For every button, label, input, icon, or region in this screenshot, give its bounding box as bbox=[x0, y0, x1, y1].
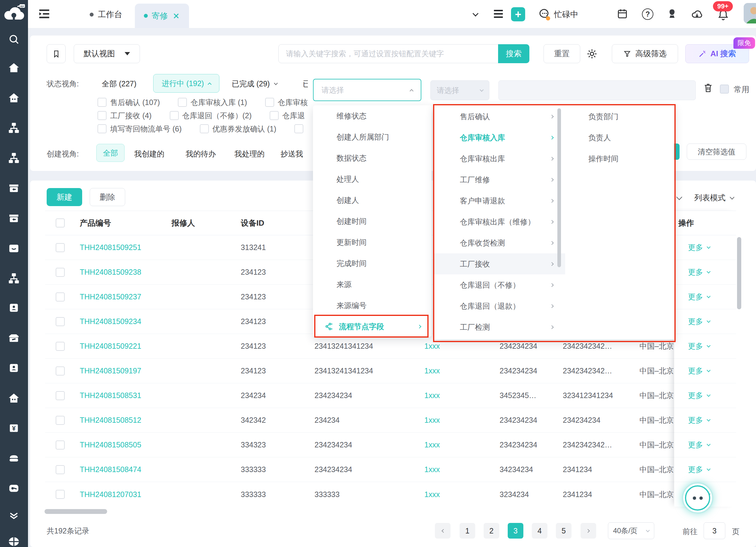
product-code-link[interactable]: THH24081509221 bbox=[75, 342, 167, 351]
goto-page-input[interactable] bbox=[704, 522, 725, 539]
subfield-item[interactable]: 操作时间 bbox=[565, 148, 674, 169]
checkbox[interactable] bbox=[200, 124, 209, 133]
table-row[interactable]: THH24081508512 342342 234234 1xxx 234234… bbox=[45, 408, 736, 433]
more-action[interactable]: 更多 bbox=[674, 359, 736, 383]
node-item-hover[interactable]: 工厂接收 bbox=[434, 253, 565, 274]
row-checkbox[interactable] bbox=[56, 292, 65, 301]
product-code-link[interactable]: THH24081508474 bbox=[75, 465, 167, 474]
check-item[interactable] bbox=[294, 124, 307, 133]
support-icon[interactable] bbox=[666, 8, 678, 21]
avatar[interactable] bbox=[744, 3, 756, 23]
sidebar-warehouse-icon[interactable] bbox=[8, 92, 20, 104]
help-icon[interactable]: ? bbox=[642, 8, 653, 20]
sidebar-orgchart-icon[interactable] bbox=[8, 152, 20, 164]
sidebar-orgchart-icon[interactable] bbox=[8, 122, 20, 134]
check-item[interactable]: 仓库审核入库 (1) bbox=[178, 97, 247, 107]
product-code-link[interactable]: THH24081509251 bbox=[75, 243, 167, 252]
more-action[interactable]: 更多 bbox=[674, 383, 736, 408]
row-checkbox[interactable] bbox=[56, 317, 65, 326]
menu-item[interactable]: 创建人 bbox=[313, 190, 432, 211]
page-size-selector[interactable]: 40条/页 bbox=[608, 522, 654, 539]
node-item[interactable]: 售后确认 bbox=[434, 106, 565, 127]
product-code-link[interactable]: THH24081509234 bbox=[75, 317, 167, 326]
node-item-selected[interactable]: 仓库审核入库 bbox=[434, 127, 565, 148]
row-checkbox[interactable] bbox=[56, 440, 65, 450]
cloud-download-icon[interactable] bbox=[691, 8, 703, 22]
sidebar-drawer-icon[interactable] bbox=[8, 242, 20, 254]
page-button-4[interactable]: 4 bbox=[532, 523, 547, 539]
subfield-item[interactable]: 负责人 bbox=[565, 127, 674, 148]
next-page-button[interactable] bbox=[581, 523, 596, 539]
sidebar-box-open-icon[interactable] bbox=[8, 332, 20, 344]
product-code-link[interactable]: THH24081509197 bbox=[75, 366, 167, 375]
advanced-filter-button[interactable]: 高级筛选 bbox=[612, 44, 678, 63]
checkbox[interactable] bbox=[170, 111, 179, 120]
table-row[interactable]: THH24081508474 333333 234234234 1xxx 342… bbox=[45, 457, 736, 482]
subfield-item[interactable]: 负责部门 bbox=[565, 106, 674, 127]
more-action[interactable]: 更多 bbox=[674, 457, 736, 482]
status-tab-clipped[interactable]: 已 bbox=[303, 79, 308, 89]
sidebar-box-return-icon[interactable] bbox=[8, 212, 20, 224]
sidebar-double-chevron-icon[interactable] bbox=[8, 509, 20, 521]
search-input[interactable] bbox=[278, 44, 499, 63]
menu-item[interactable]: 处理人 bbox=[313, 168, 432, 190]
select-all-checkbox[interactable] bbox=[56, 218, 65, 227]
delete-button[interactable]: 删除 bbox=[90, 188, 125, 206]
floating-assistant-button[interactable] bbox=[682, 482, 713, 514]
trash-icon[interactable] bbox=[703, 82, 713, 95]
table-row[interactable]: THH24081509197 234123 23413241341234 1xx… bbox=[45, 359, 736, 383]
sidebar-clover-icon[interactable] bbox=[8, 536, 20, 547]
menu-item[interactable]: 来源 bbox=[313, 274, 432, 295]
checkbox[interactable] bbox=[294, 124, 303, 133]
create-tab-todo[interactable]: 我的待办 bbox=[186, 149, 216, 159]
row-checkbox[interactable] bbox=[56, 465, 65, 474]
tab-workbench[interactable]: 工作台 bbox=[90, 9, 122, 20]
node-item[interactable]: 仓库退回（不修） bbox=[434, 274, 565, 295]
calendar-icon[interactable] bbox=[616, 8, 628, 21]
more-action[interactable]: 更多 bbox=[674, 260, 736, 285]
sidebar-wrench-icon[interactable] bbox=[8, 482, 20, 494]
check-item[interactable]: 售后确认 (107) bbox=[98, 97, 160, 107]
sidebar-orgchart-icon[interactable] bbox=[8, 272, 20, 284]
sidebar-box-return-icon[interactable] bbox=[8, 182, 20, 194]
sidebar-home-icon[interactable] bbox=[8, 62, 20, 74]
check-item[interactable]: 仓库退 bbox=[270, 111, 305, 121]
create-tab-cc[interactable]: 抄送我 bbox=[280, 149, 303, 159]
view-selector-button[interactable]: 默认视图 bbox=[74, 44, 140, 63]
prev-page-button[interactable] bbox=[435, 523, 451, 539]
menu-item[interactable]: 创建人所属部门 bbox=[313, 126, 432, 147]
page-button-2[interactable]: 2 bbox=[484, 523, 499, 539]
menu-item[interactable]: 来源编号 bbox=[313, 295, 432, 316]
row-checkbox[interactable] bbox=[56, 490, 65, 499]
node-item[interactable]: 客户申请退款 bbox=[434, 190, 565, 211]
more-action[interactable]: 更多 bbox=[674, 408, 736, 433]
more-action[interactable]: 更多 bbox=[674, 433, 736, 457]
table-row[interactable]: THH24081508531 234234 234234234 1xxx 345… bbox=[45, 383, 736, 408]
node-scrollbar[interactable] bbox=[557, 108, 561, 267]
checkbox[interactable] bbox=[98, 111, 107, 120]
status-tab-all[interactable]: 全部 (227) bbox=[102, 79, 136, 89]
common-checkbox[interactable] bbox=[720, 85, 729, 94]
product-code-link[interactable]: THH24081509237 bbox=[75, 292, 167, 301]
page-button-5[interactable]: 5 bbox=[556, 523, 572, 539]
reset-button[interactable]: 重置 bbox=[544, 44, 580, 63]
more-action[interactable]: 更多 bbox=[674, 235, 736, 260]
create-tab-handled[interactable]: 我处理的 bbox=[234, 149, 265, 159]
sidebar-idcard-icon[interactable] bbox=[8, 302, 20, 314]
vertical-scrollbar[interactable] bbox=[737, 237, 741, 309]
menu-item[interactable]: 更新时间 bbox=[313, 232, 432, 253]
more-action[interactable]: 更多 bbox=[674, 334, 736, 359]
create-button[interactable]: 新建 bbox=[47, 188, 82, 206]
sidebar-search-icon[interactable] bbox=[8, 34, 20, 46]
clear-filter-button[interactable]: 清空筛选值 bbox=[687, 144, 746, 160]
user-status-text[interactable]: 忙碌中 bbox=[554, 9, 578, 20]
check-item[interactable]: 仓库审核 bbox=[265, 97, 308, 107]
checkbox[interactable] bbox=[265, 98, 274, 107]
node-item[interactable]: 工厂检测 bbox=[434, 317, 565, 338]
chevron-down-icon[interactable] bbox=[473, 11, 479, 17]
add-button[interactable]: + bbox=[511, 7, 525, 21]
app-logo[interactable]: AI+ bbox=[2, 2, 25, 26]
page-button-3-active[interactable]: 3 bbox=[508, 523, 523, 539]
checkbox[interactable] bbox=[98, 124, 107, 133]
status-tab-done[interactable]: 已完成 (29) bbox=[232, 79, 277, 89]
